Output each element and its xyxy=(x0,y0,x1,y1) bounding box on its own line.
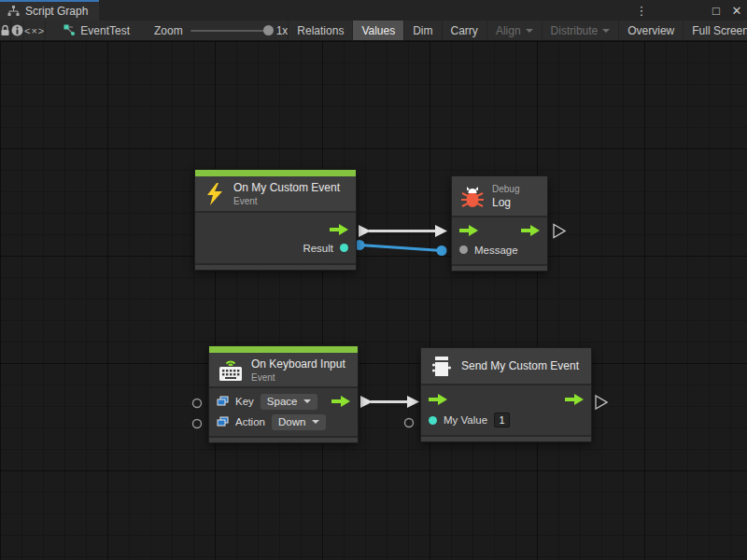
node-footer xyxy=(421,435,591,441)
graph-canvas[interactable]: On My Custom Event Event Result xyxy=(0,41,747,560)
graph-hierarchy-icon xyxy=(7,6,20,17)
code-toggle-button[interactable]: <×> xyxy=(24,21,46,40)
event-accent-strip xyxy=(209,346,358,353)
action-port-label: Action xyxy=(235,416,265,427)
lightning-bolt-icon xyxy=(204,183,225,205)
inspect-button[interactable] xyxy=(11,21,24,40)
node-title: Send My Custom Event xyxy=(461,359,579,372)
unconnected-port-my-value xyxy=(405,419,414,427)
flow-in-arrow-icon xyxy=(429,394,447,405)
align-label: Align xyxy=(496,24,521,37)
maximize-icon[interactable]: □ xyxy=(706,4,726,18)
graph-name: EventTest xyxy=(80,24,130,37)
node-subtitle: Event xyxy=(251,372,345,383)
overview-label: Overview xyxy=(627,24,674,37)
unit-machine-icon xyxy=(430,356,453,377)
result-port-label: Result xyxy=(303,243,333,254)
dim-label: Dim xyxy=(413,24,432,37)
overview-button[interactable]: Overview xyxy=(618,21,683,40)
chevron-down-icon xyxy=(303,399,311,403)
relations-label: Relations xyxy=(297,24,344,37)
node-category: Debug xyxy=(492,184,519,194)
flow-in-arrow-icon xyxy=(459,225,478,236)
node-body: Key Space Action Do xyxy=(209,388,358,436)
distribute-dropdown[interactable]: Distribute xyxy=(542,21,619,40)
action-port-row[interactable]: Action Down xyxy=(209,412,358,432)
info-icon xyxy=(11,24,23,36)
my-value-input[interactable] xyxy=(494,413,510,427)
graph-reference[interactable]: EventTest xyxy=(63,21,130,40)
action-dropdown[interactable]: Down xyxy=(272,414,326,430)
node-body: Message xyxy=(452,217,547,264)
node-subtitle: Event xyxy=(233,196,340,206)
unconnected-port-action xyxy=(193,420,202,428)
lock-icon xyxy=(0,24,10,36)
message-port-row[interactable]: Message xyxy=(452,240,547,259)
bug-icon xyxy=(461,184,484,208)
result-port-row[interactable]: Result xyxy=(195,240,356,256)
flow-ports-row[interactable] xyxy=(452,220,547,240)
dim-button[interactable]: Dim xyxy=(403,21,441,40)
toolbar-toggles: Relations Values Dim Carry Align Distrib… xyxy=(288,21,747,40)
close-icon[interactable]: ✕ xyxy=(726,4,747,18)
key-port-row[interactable]: Key Space xyxy=(209,391,358,412)
code-toggle-icon: <×> xyxy=(24,25,45,36)
flow-out-arrow-icon xyxy=(565,394,584,405)
zoom-control: Zoom 1x xyxy=(154,21,288,40)
flow-wire-keyboard-to-send xyxy=(360,396,419,408)
flow-arrow-icon xyxy=(330,224,348,235)
node-send-my-custom-event[interactable]: Send My Custom Event My Value xyxy=(420,347,592,442)
node-title: On Keyboard Input xyxy=(251,357,345,371)
window-menu-icon[interactable]: ⋮ xyxy=(631,4,652,18)
inline-value-icon xyxy=(217,396,229,407)
graph-toolbar: <×> EventTest Zoom 1x Relations Values xyxy=(0,21,747,41)
keyboard-icon xyxy=(218,358,243,382)
connection-wires xyxy=(0,41,747,560)
values-button[interactable]: Values xyxy=(352,21,403,40)
zoom-slider[interactable] xyxy=(190,30,269,32)
node-body: Result xyxy=(195,213,356,263)
align-dropdown[interactable]: Align xyxy=(486,21,542,40)
node-header[interactable]: Send My Custom Event xyxy=(421,348,591,385)
lock-button[interactable] xyxy=(0,21,11,40)
flow-out-port-row[interactable] xyxy=(195,221,356,238)
relations-button[interactable]: Relations xyxy=(288,21,352,40)
node-footer xyxy=(452,264,547,271)
message-port-label: Message xyxy=(474,245,518,256)
node-header[interactable]: On Keyboard Input Event xyxy=(209,353,358,388)
tab-script-graph[interactable]: Script Graph xyxy=(0,0,99,21)
script-graph-window: Script Graph ⋮ □ ✕ <×> xyxy=(0,0,747,560)
inline-value-icon xyxy=(217,416,229,427)
chevron-down-icon xyxy=(526,29,533,33)
node-on-my-custom-event[interactable]: On My Custom Event Event Result xyxy=(194,169,357,271)
graph-asset-icon xyxy=(63,24,76,36)
node-debug-log[interactable]: Debug Log Message xyxy=(451,175,548,272)
action-dropdown-value: Down xyxy=(278,416,305,427)
my-value-port-row[interactable]: My Value xyxy=(421,410,591,430)
result-port-dot[interactable] xyxy=(340,244,348,252)
my-value-port-label: My Value xyxy=(444,414,487,426)
node-header[interactable]: Debug Log xyxy=(452,176,547,217)
carry-label: Carry xyxy=(451,24,478,37)
node-title: On My Custom Event xyxy=(233,181,340,194)
node-footer xyxy=(209,436,358,442)
chevron-down-icon xyxy=(602,29,610,33)
window-controls: ⋮ □ ✕ xyxy=(631,0,747,21)
key-dropdown[interactable]: Space xyxy=(261,394,318,410)
key-port-label: Key xyxy=(235,396,254,407)
message-port-dot[interactable] xyxy=(459,245,468,254)
distribute-label: Distribute xyxy=(551,24,599,37)
node-header[interactable]: On My Custom Event Event xyxy=(195,176,356,213)
fullscreen-button[interactable]: Full Screen xyxy=(683,21,747,40)
node-footer xyxy=(195,263,356,270)
value-wire-result-to-message xyxy=(355,240,447,256)
values-label: Values xyxy=(361,24,395,37)
flow-out-marker-send xyxy=(596,396,607,409)
zoom-slider-handle[interactable] xyxy=(263,25,274,35)
chevron-down-icon xyxy=(312,420,319,424)
carry-button[interactable]: Carry xyxy=(442,21,486,40)
flow-ports-row[interactable] xyxy=(421,389,591,410)
my-value-port-dot[interactable] xyxy=(429,416,437,425)
node-on-keyboard-input[interactable]: On Keyboard Input Event Key Space xyxy=(208,345,359,443)
titlebar: Script Graph ⋮ □ ✕ xyxy=(0,0,747,21)
